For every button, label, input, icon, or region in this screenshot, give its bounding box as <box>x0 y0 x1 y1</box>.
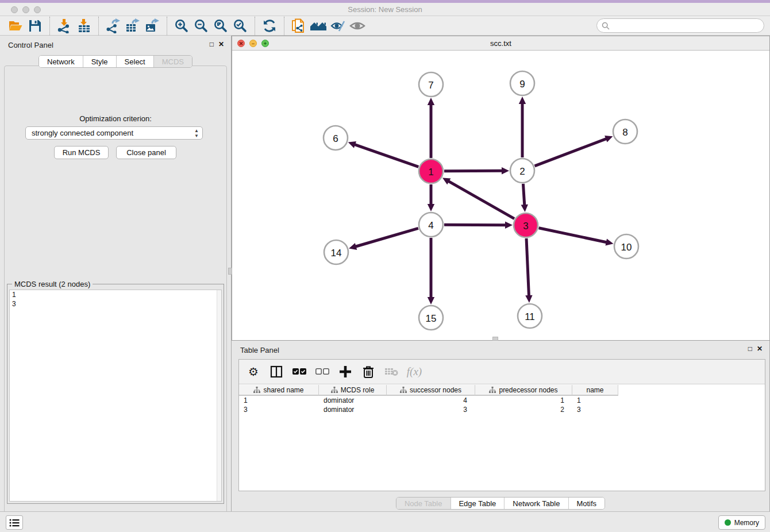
node-table: shared name MCDS role successor nodes pr… <box>239 385 765 414</box>
tab-network[interactable]: Network <box>39 56 83 67</box>
column-header-successor-nodes[interactable]: successor nodes <box>387 385 475 396</box>
search-field[interactable] <box>596 18 764 33</box>
graph-edge-arrowhead[interactable] <box>521 205 528 212</box>
close-panel-icon[interactable]: ✕ <box>218 40 224 48</box>
network-graph[interactable]: 7968124314101511 <box>232 51 769 340</box>
vertical-splitter-handle[interactable] <box>228 268 232 275</box>
clone-network-icon[interactable] <box>289 17 309 34</box>
graph-edge-arrowhead[interactable] <box>519 97 526 104</box>
deselect-all-columns-icon[interactable] <box>315 364 330 379</box>
column-header-shared-name[interactable]: shared name <box>239 385 319 396</box>
tab-motifs[interactable]: Motifs <box>568 498 605 509</box>
float-table-panel-icon[interactable]: □ <box>748 345 752 353</box>
cell-shared-name[interactable]: 1 <box>239 396 319 405</box>
cell-predecessor-nodes[interactable]: 2 <box>475 405 572 414</box>
column-header-mcds-role[interactable]: MCDS role <box>319 385 387 396</box>
export-table-icon[interactable] <box>123 17 143 34</box>
search-input[interactable] <box>610 20 764 32</box>
select-all-columns-icon[interactable] <box>292 364 307 379</box>
graph-edge[interactable] <box>526 238 529 296</box>
cell-name[interactable]: 1 <box>572 396 618 405</box>
graph-node-label: 3 <box>523 221 528 232</box>
zoom-out-icon[interactable] <box>191 17 211 34</box>
graph-edge-arrowhead[interactable] <box>525 295 532 303</box>
graph-edge-arrowhead[interactable] <box>348 141 356 148</box>
graph-edge[interactable] <box>444 225 506 225</box>
task-history-button[interactable] <box>6 515 23 530</box>
horizontal-splitter-handle[interactable] <box>492 337 498 341</box>
graph-node-label: 1 <box>428 167 433 178</box>
toolbar-separator <box>49 17 50 35</box>
table-row[interactable]: 1 dominator 4 1 1 <box>239 396 765 405</box>
chevron-updown-icon: ▲▼ <box>194 128 199 138</box>
cell-predecessor-nodes[interactable]: 1 <box>475 396 572 405</box>
tab-node-table[interactable]: Node Table <box>396 498 451 509</box>
titlebar: Session: New Session <box>0 3 770 16</box>
create-column-icon[interactable] <box>338 364 353 379</box>
cell-name[interactable]: 3 <box>572 405 618 414</box>
tab-mcds[interactable]: MCDS <box>154 56 192 67</box>
mcds-result-list[interactable]: 1 3 <box>9 290 222 502</box>
graph-edge-arrowhead[interactable] <box>605 238 613 245</box>
cell-mcds-role[interactable]: dominator <box>319 405 387 414</box>
run-mcds-button[interactable]: Run MCDS <box>54 146 109 159</box>
graph-edge-arrowhead[interactable] <box>502 167 509 174</box>
criterion-select[interactable]: strongly connected component ▲▼ <box>25 126 203 140</box>
network-window-titlebar[interactable]: ✕ − + scc.txt <box>232 36 769 51</box>
graph-edge[interactable] <box>444 171 503 171</box>
cell-mcds-role[interactable]: dominator <box>319 396 387 405</box>
graph-node-label: 14 <box>331 248 342 259</box>
graph-node-label: 9 <box>519 79 525 90</box>
birds-eye-icon[interactable] <box>348 17 367 34</box>
table-settings-gear-icon[interactable]: ⚙ <box>246 364 261 379</box>
zoom-in-icon[interactable] <box>172 17 191 34</box>
graph-edge-arrowhead[interactable] <box>428 297 434 304</box>
cell-successor-nodes[interactable]: 4 <box>387 396 475 405</box>
cell-successor-nodes[interactable]: 3 <box>387 405 475 414</box>
graph-edge-arrowhead[interactable] <box>428 204 434 211</box>
tab-select[interactable]: Select <box>117 56 154 67</box>
toolbar-separator <box>255 17 255 35</box>
close-panel-button[interactable]: Close panel <box>116 146 176 159</box>
tab-style[interactable]: Style <box>83 56 117 67</box>
delete-table-icon[interactable] <box>384 364 399 379</box>
graph-edge[interactable] <box>448 181 514 219</box>
memory-button[interactable]: Memory <box>718 515 765 530</box>
graph-edge[interactable] <box>355 228 418 246</box>
graph-edge[interactable] <box>354 144 418 167</box>
zoom-selected-icon[interactable] <box>230 17 250 34</box>
cell-shared-name[interactable]: 3 <box>239 405 319 414</box>
export-network-icon[interactable] <box>103 17 123 34</box>
import-table-icon[interactable] <box>74 17 94 34</box>
toolbar-separator <box>98 17 99 35</box>
table-row[interactable]: 3 dominator 3 2 3 <box>239 405 765 414</box>
tab-network-table[interactable]: Network Table <box>505 498 568 509</box>
float-panel-icon[interactable]: □ <box>210 40 214 48</box>
hide-selected-icon[interactable] <box>328 17 348 34</box>
save-session-icon[interactable] <box>25 17 45 34</box>
import-network-icon[interactable] <box>55 17 74 34</box>
zoom-fit-icon[interactable] <box>211 17 230 34</box>
tab-edge-table[interactable]: Edge Table <box>451 498 505 509</box>
graph-node-label: 15 <box>426 313 437 324</box>
graph-edge[interactable] <box>535 138 607 166</box>
graph-edge-arrowhead[interactable] <box>505 222 513 229</box>
optimization-criterion-label: Optimization criterion: <box>0 114 231 123</box>
graph-edge[interactable] <box>523 184 524 206</box>
column-header-name[interactable]: name <box>572 385 618 396</box>
close-table-panel-icon[interactable]: ✕ <box>757 345 763 353</box>
graph-edge-arrowhead[interactable] <box>349 243 357 250</box>
function-builder-icon[interactable]: f(x) <box>407 364 422 379</box>
graph-edge[interactable] <box>539 228 607 242</box>
show-columns-icon[interactable] <box>269 364 284 379</box>
result-scrollbar[interactable] <box>217 290 221 501</box>
open-session-icon[interactable] <box>6 17 25 34</box>
first-neighbors-icon[interactable] <box>309 17 328 34</box>
column-header-predecessor-nodes[interactable]: predecessor nodes <box>475 385 572 396</box>
node-table-container: ⚙ f(x) <box>238 359 765 491</box>
refresh-layout-icon[interactable] <box>260 17 279 34</box>
graph-node-label: 11 <box>525 311 535 322</box>
graph-edge-arrowhead[interactable] <box>428 98 434 105</box>
delete-column-trash-icon[interactable] <box>361 364 376 379</box>
export-image-icon[interactable] <box>143 17 162 34</box>
